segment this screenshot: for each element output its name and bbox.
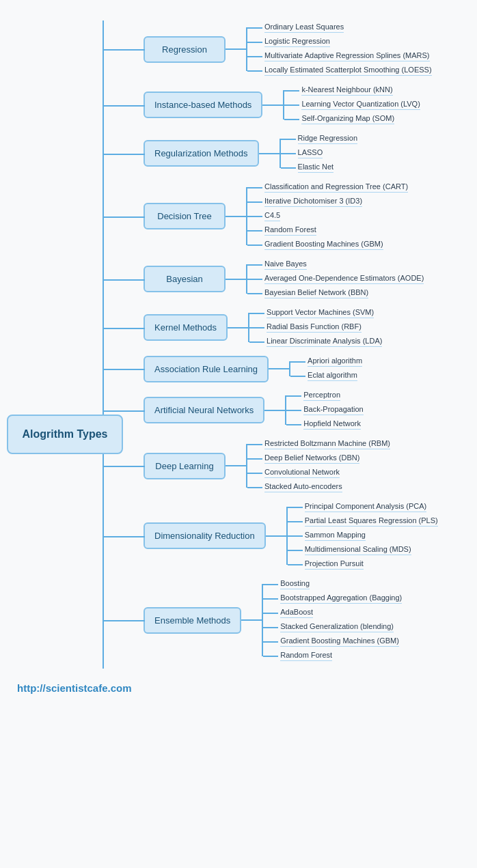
item-label: Ridge Regression xyxy=(298,134,357,144)
item-label: k-Nearest Neighbour (kNN) xyxy=(301,85,392,96)
list-item: Logistic Regression xyxy=(246,35,432,49)
item-label: Support Vector Machines (SVM) xyxy=(267,308,374,318)
item-connector xyxy=(247,473,262,474)
horizontal-connector xyxy=(228,327,248,328)
list-item: Bayesian Belief Network (BBN) xyxy=(246,286,424,300)
item-connector xyxy=(247,56,262,57)
item-connector xyxy=(247,187,262,188)
item-label: Gradient Boosting Machines (GBM) xyxy=(280,636,399,647)
main-title: Alogrithm Types xyxy=(22,428,107,440)
item-label: Averaged One-Dependence Estimators (AODE… xyxy=(264,274,424,284)
item-label: Perceptron xyxy=(303,391,340,401)
list-item: Naive Bayes xyxy=(246,257,424,272)
item-label: Elastic Net xyxy=(298,163,334,173)
list-item: Deep Belief Networks (DBN) xyxy=(246,451,390,466)
item-label: Sammon Mapping xyxy=(305,531,366,541)
category-row: Kernel MethodsSupport Vector Machines (S… xyxy=(144,306,470,349)
footer-url[interactable]: http://scientistcafe.com xyxy=(17,682,132,694)
item-label: Deep Belief Networks (DBN) xyxy=(264,453,359,464)
list-item: Gradient Boosting Machines (GBM) xyxy=(262,634,402,649)
item-list: BoostingBootstrapped Aggregation (Baggin… xyxy=(262,577,402,663)
item-list: Support Vector Machines (SVM)Radial Basi… xyxy=(248,306,382,349)
list-item: Principal Component Analysis (PCA) xyxy=(286,500,438,514)
category-box: Regression xyxy=(144,36,226,63)
category-row: Regularization MethodsRidge RegressionLA… xyxy=(144,132,470,175)
list-item: Stacked Generalization (blending) xyxy=(262,620,402,634)
main-container: Alogrithm Types RegressionOrdinary Least… xyxy=(0,0,477,868)
item-list: Restricted Boltzmann Machine (RBM)Deep B… xyxy=(246,437,390,494)
list-item: Ridge Regression xyxy=(280,132,357,146)
item-connector xyxy=(288,564,303,565)
footer: http://scientistcafe.com xyxy=(7,675,470,701)
item-label: Boosting xyxy=(280,579,310,589)
list-item: Convolutional Network xyxy=(246,466,390,480)
category-box: Instance-based Methods xyxy=(144,92,262,118)
list-item: Radial Basis Function (RBF) xyxy=(248,320,382,335)
list-item: Linear Discriminate Analysis (LDA) xyxy=(248,335,382,349)
item-list: Ridge RegressionLASSOElastic Net xyxy=(280,132,357,175)
item-label: Random Forest xyxy=(264,225,316,236)
item-label: Bayesian Belief Network (BBN) xyxy=(264,288,368,298)
item-connector xyxy=(263,641,278,643)
list-item: Random Forest xyxy=(246,223,408,238)
list-item: Bootstrapped Aggregation (Bagging) xyxy=(262,591,402,606)
mindmap: RegressionOrdinary Least SquaresLogistic… xyxy=(144,14,470,675)
item-connector xyxy=(288,550,303,551)
item-connector xyxy=(290,361,305,363)
category-row: BayesianNaive BayesAveraged One-Dependen… xyxy=(144,257,470,300)
item-label: Gradient Boosting Machines (GBM) xyxy=(264,240,383,250)
item-connector xyxy=(247,293,262,294)
item-connector xyxy=(263,627,278,628)
item-connector xyxy=(247,458,262,460)
item-connector xyxy=(281,167,296,169)
horizontal-connector xyxy=(266,535,286,537)
list-item: Perceptron xyxy=(285,389,363,403)
item-connector xyxy=(247,244,262,246)
item-list: Ordinary Least SquaresLogistic Regressio… xyxy=(246,20,432,78)
item-connector xyxy=(247,444,262,445)
item-connector xyxy=(284,119,299,120)
item-connector xyxy=(247,70,262,72)
category-row: RegressionOrdinary Least SquaresLogistic… xyxy=(144,20,470,78)
list-item: Gradient Boosting Machines (GBM) xyxy=(246,238,408,252)
item-label: Back-Propagation xyxy=(303,405,363,415)
list-item: Hopfield Network xyxy=(285,417,363,432)
horizontal-connector xyxy=(226,216,246,217)
list-item: Support Vector Machines (SVM) xyxy=(248,306,382,320)
list-item: Learning Vector Quantization (LVQ) xyxy=(283,98,420,112)
item-label: Ordinary Least Squares xyxy=(264,23,344,33)
item-label: Linear Discriminate Analysis (LDA) xyxy=(267,337,382,347)
category-box: Kernel Methods xyxy=(144,314,228,341)
category-row: Ensemble MethodsBoostingBootstrapped Agg… xyxy=(144,577,470,663)
horizontal-connector xyxy=(226,465,246,466)
item-connector xyxy=(286,424,301,425)
item-connector xyxy=(249,313,264,314)
item-label: LASSO xyxy=(298,148,323,158)
category-box: Association Rule Learning xyxy=(144,356,269,382)
item-label: Restricted Boltzmann Machine (RBM) xyxy=(264,439,390,449)
item-list: Apriori algorithmEclat algorithm xyxy=(289,354,362,383)
item-connector xyxy=(263,656,278,657)
item-connector xyxy=(284,90,299,92)
item-label: Iterative Dichotomiser 3 (ID3) xyxy=(264,197,362,207)
item-connector xyxy=(249,341,264,343)
list-item: Averaged One-Dependence Estimators (AODE… xyxy=(246,272,424,286)
category-row: Artificial Neural NetworksPerceptronBack… xyxy=(144,389,470,432)
horizontal-connector xyxy=(262,104,283,106)
main-title-box: Alogrithm Types xyxy=(7,415,123,454)
item-label: Projection Pursuit xyxy=(305,559,364,570)
item-connector xyxy=(247,487,262,488)
horizontal-connector xyxy=(269,368,289,369)
item-connector xyxy=(247,279,262,280)
category-box: Artificial Neural Networks xyxy=(144,397,264,423)
item-connector xyxy=(247,201,262,203)
list-item: Elastic Net xyxy=(280,160,357,175)
horizontal-connector xyxy=(259,153,280,154)
category-box: Bayesian xyxy=(144,266,226,292)
list-item: Random Forest xyxy=(262,649,402,663)
item-connector xyxy=(263,584,278,585)
item-label: Bootstrapped Aggregation (Bagging) xyxy=(280,593,402,604)
item-label: Radial Basis Function (RBF) xyxy=(267,322,362,333)
item-connector xyxy=(281,139,296,140)
item-connector xyxy=(247,230,262,232)
